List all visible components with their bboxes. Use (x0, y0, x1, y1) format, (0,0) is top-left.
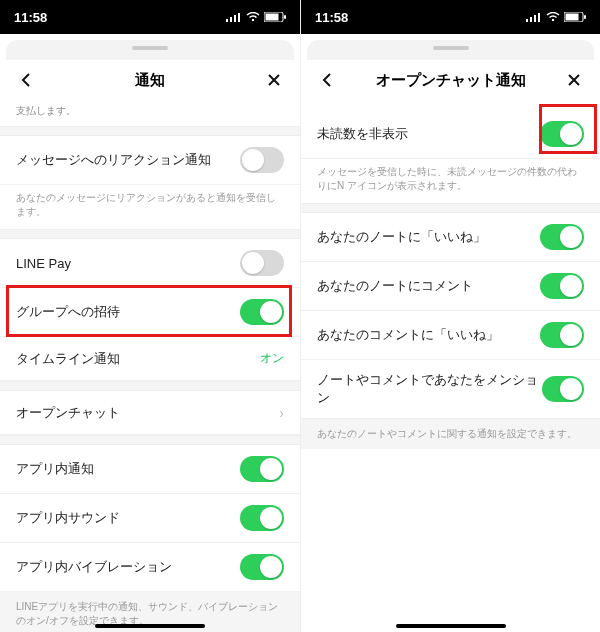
wifi-icon (546, 12, 560, 22)
row-note-like[interactable]: あなたのノートに「いいね」 (301, 213, 600, 262)
row-inapp-vibe[interactable]: アプリ内バイブレーション (0, 543, 300, 592)
battery-icon (264, 12, 286, 22)
svg-rect-3 (238, 13, 240, 22)
close-button[interactable] (562, 68, 586, 92)
toggle-linepay[interactable] (240, 250, 284, 276)
svg-point-14 (552, 19, 554, 21)
back-button[interactable] (14, 68, 38, 92)
toggle-inapp-sound[interactable] (240, 505, 284, 531)
toggle-note-like[interactable] (540, 224, 584, 250)
row-label: タイムライン通知 (16, 350, 120, 368)
sheet-handle (6, 40, 294, 60)
toggle-comment-like[interactable] (540, 322, 584, 348)
row-note-comment[interactable]: あなたのノートにコメント (301, 262, 600, 311)
back-button[interactable] (315, 68, 339, 92)
truncated-text: 支払します。 (0, 104, 300, 126)
svg-rect-13 (538, 13, 540, 22)
row-desc: あなたのメッセージにリアクションがあると通知を受信します。 (0, 185, 300, 229)
row-label: ノートやコメントであなたをメンション (317, 371, 542, 407)
toggle-note-comment[interactable] (540, 273, 584, 299)
svg-rect-12 (534, 15, 536, 22)
wifi-icon (246, 12, 260, 22)
row-mention[interactable]: ノートやコメントであなたをメンション (301, 360, 600, 419)
close-button[interactable] (262, 68, 286, 92)
toggle-hide-unread[interactable] (540, 121, 584, 147)
row-inapp-sound[interactable]: アプリ内サウンド (0, 494, 300, 543)
svg-rect-1 (230, 17, 232, 22)
modal-header: オープンチャット通知 (301, 60, 600, 104)
row-timeline-notif[interactable]: タイムライン通知 オン (0, 337, 300, 381)
content-scroll[interactable]: 未読数を非表示 メッセージを受信した時に、未読メッセージの件数の代わりにN アイ… (301, 104, 600, 632)
svg-point-4 (252, 19, 254, 21)
section-divider (0, 126, 300, 136)
page-title: 通知 (135, 71, 165, 90)
sheet-handle (307, 40, 594, 60)
section-divider (0, 229, 300, 239)
page-title: オープンチャット通知 (376, 71, 526, 90)
row-group-invite[interactable]: グループへの招待 (0, 288, 300, 337)
battery-icon (564, 12, 586, 22)
notch (90, 0, 210, 20)
phone-left: 11:58 通知 支払します。 メッセージへのリアクション通知 あなたのメッセー… (0, 0, 300, 632)
row-desc: あなたのノートやコメントに関する通知を設定できます。 (301, 419, 600, 449)
row-label: あなたのコメントに「いいね」 (317, 326, 499, 344)
toggle-inapp-vibe[interactable] (240, 554, 284, 580)
signal-icon (226, 12, 242, 22)
svg-rect-2 (234, 15, 236, 22)
row-linepay[interactable]: LINE Pay (0, 239, 300, 288)
row-label: メッセージへのリアクション通知 (16, 151, 211, 169)
svg-rect-6 (266, 14, 279, 21)
row-label: グループへの招待 (16, 303, 120, 321)
row-openchat[interactable]: オープンチャット › (0, 391, 300, 435)
row-comment-like[interactable]: あなたのコメントに「いいね」 (301, 311, 600, 360)
phone-right: 11:58 オープンチャット通知 未読数を非表示 メッセージを受信した時に、未読… (300, 0, 600, 632)
svg-rect-10 (526, 19, 528, 22)
row-label: 未読数を非表示 (317, 125, 408, 143)
toggle-inapp-notif[interactable] (240, 456, 284, 482)
section-divider (0, 435, 300, 445)
row-reaction-notif[interactable]: メッセージへのリアクション通知 (0, 136, 300, 185)
row-value: オン (260, 350, 284, 367)
row-inapp-notif[interactable]: アプリ内通知 (0, 445, 300, 494)
signal-icon (526, 12, 542, 22)
row-label: あなたのノートに「いいね」 (317, 228, 486, 246)
row-label: アプリ内通知 (16, 460, 94, 478)
toggle-group-invite[interactable] (240, 299, 284, 325)
svg-rect-7 (284, 15, 286, 19)
section-divider (301, 203, 600, 213)
row-label: LINE Pay (16, 256, 71, 271)
status-time: 11:58 (14, 10, 47, 25)
modal-header: 通知 (0, 60, 300, 104)
svg-rect-17 (584, 15, 586, 19)
home-indicator (396, 624, 506, 628)
row-label: アプリ内サウンド (16, 509, 120, 527)
row-label: オープンチャット (16, 404, 120, 422)
toggle-mention[interactable] (542, 376, 584, 402)
svg-rect-16 (566, 14, 579, 21)
svg-rect-11 (530, 17, 532, 22)
toggle-reaction[interactable] (240, 147, 284, 173)
status-time: 11:58 (315, 10, 348, 25)
notch (391, 0, 511, 20)
row-label: あなたのノートにコメント (317, 277, 473, 295)
row-hide-unread[interactable]: 未読数を非表示 (301, 110, 600, 159)
section-divider (0, 381, 300, 391)
row-label: アプリ内バイブレーション (16, 558, 172, 576)
chevron-right-icon: › (279, 405, 284, 421)
home-indicator (95, 624, 205, 628)
row-desc: メッセージを受信した時に、未読メッセージの件数の代わりにN アイコンが表示されま… (301, 159, 600, 203)
content-scroll[interactable]: 支払します。 メッセージへのリアクション通知 あなたのメッセージにリアクションが… (0, 104, 300, 632)
svg-rect-0 (226, 19, 228, 22)
